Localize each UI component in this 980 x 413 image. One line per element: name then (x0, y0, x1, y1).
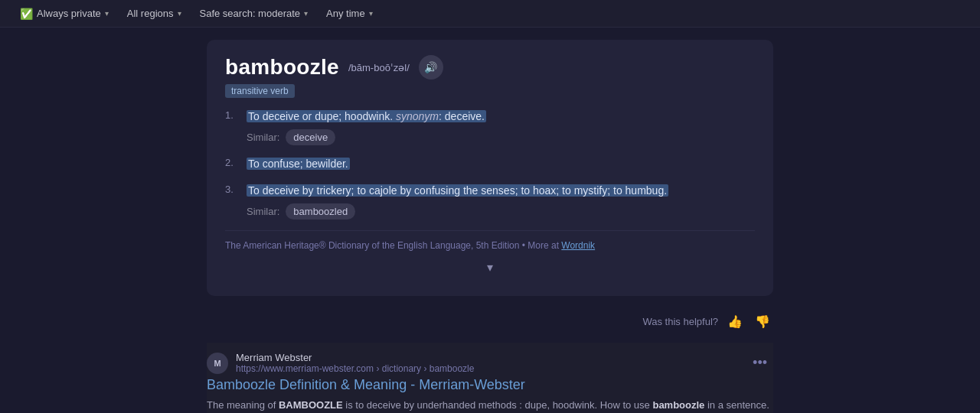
chevron-down-icon: ▾ (304, 9, 308, 18)
result-snippet: The meaning of BAMBOOZLE is to deceive b… (207, 398, 773, 413)
def-text: To confuse; bewilder. (247, 156, 755, 172)
audio-button[interactable]: 🔊 (419, 55, 443, 80)
result-url: https://www.merriam-webster.com › dictio… (236, 363, 739, 374)
def-number: 3. (225, 183, 239, 195)
chevron-down-icon: ▾ (369, 9, 373, 18)
main-content: bamboozle /băm-boōˈzəl/ 🔊 transitive ver… (191, 28, 789, 413)
snippet-before: The meaning of (207, 399, 279, 411)
thumbs-up-button[interactable]: 👍 (724, 311, 746, 332)
thumbs-up-icon: 👍 (727, 315, 743, 328)
source-text: The American Heritage® Dictionary of the… (225, 240, 519, 251)
snippet-middle: is to deceive by underhanded methods : d… (343, 399, 653, 411)
result-favicon: M (207, 353, 228, 374)
def-content: To deceive or dupe; hoodwink. synonym: d… (247, 109, 755, 145)
check-circle-icon: ✅ (20, 8, 33, 20)
privacy-filter[interactable]: ✅ Always private ▾ (12, 5, 116, 23)
def-text: To deceive or dupe; hoodwink. synonym: d… (247, 109, 755, 125)
regions-label: All regions (127, 8, 174, 19)
favicon-letter: M (214, 359, 220, 368)
speaker-icon: 🔊 (424, 61, 437, 73)
more-at-text: • More at (522, 240, 562, 251)
chevron-down-icon: ▾ (105, 9, 109, 18)
def-number: 1. (225, 109, 239, 121)
more-options-icon: ••• (753, 355, 767, 370)
word-type-badge: transitive verb (225, 84, 295, 98)
definition-item: 1. To deceive or dupe; hoodwink. synonym… (225, 109, 755, 145)
def-content: To deceive by trickery; to cajole by con… (247, 183, 755, 220)
result-site-name: Merriam Webster (236, 352, 739, 363)
snippet-bold1: BAMBOOZLE (279, 399, 343, 411)
def-number: 2. (225, 156, 239, 168)
result-source-row: M Merriam Webster https://www.merriam-we… (207, 352, 773, 374)
similar-tag[interactable]: bamboozled (286, 203, 355, 220)
def-highlight: To confuse; bewilder. (247, 158, 350, 170)
word-title: bamboozle (225, 55, 339, 80)
word-header: bamboozle /băm-boōˈzəl/ 🔊 (225, 55, 755, 80)
regions-filter[interactable]: All regions ▾ (119, 5, 189, 22)
result-site-info: Merriam Webster https://www.merriam-webs… (236, 352, 739, 374)
toolbar: ✅ Always private ▾ All regions ▾ Safe se… (0, 0, 980, 28)
privacy-label: Always private (37, 8, 101, 19)
thumbs-down-button[interactable]: 👎 (752, 311, 773, 332)
def-highlight: To deceive by trickery; to cajole by con… (247, 184, 668, 197)
def-content: To confuse; bewilder. (247, 156, 755, 172)
time-filter[interactable]: Any time ▾ (318, 5, 381, 22)
similar-tag[interactable]: deceive (286, 129, 335, 145)
expand-button[interactable]: ▾ (225, 254, 755, 281)
helpful-row: Was this helpful? 👍 👎 (207, 305, 773, 343)
def-highlight: To deceive or dupe; hoodwink. synonym: d… (247, 110, 486, 122)
result-menu-button[interactable]: ••• (746, 352, 773, 374)
definitions-list: 1. To deceive or dupe; hoodwink. synonym… (225, 109, 755, 220)
def-text: To deceive by trickery; to cajole by con… (247, 183, 755, 199)
definition-item: 3. To deceive by trickery; to cajole by … (225, 183, 755, 220)
chevron-down-icon: ▾ (178, 9, 181, 18)
similar-label: Similar: (247, 206, 279, 217)
word-pronunciation: /băm-boōˈzəl/ (348, 62, 410, 73)
dictionary-card: bamboozle /băm-boōˈzəl/ 🔊 transitive ver… (207, 40, 773, 296)
definition-item: 2. To confuse; bewilder. (225, 156, 755, 172)
dict-source: The American Heritage® Dictionary of the… (225, 230, 755, 251)
search-result-card: M Merriam Webster https://www.merriam-we… (207, 343, 773, 413)
wordnik-link[interactable]: Wordnik (561, 240, 595, 251)
result-title-link[interactable]: Bamboozle Definition & Meaning - Merriam… (207, 377, 773, 393)
safe-search-filter[interactable]: Safe search: moderate ▾ (192, 5, 316, 22)
similar-row: Similar: deceive (247, 129, 755, 145)
safe-search-label: Safe search: moderate (200, 8, 301, 19)
time-label: Any time (326, 8, 365, 19)
similar-label: Similar: (247, 132, 279, 143)
snippet-bold2: bamboozle (652, 399, 704, 411)
thumbs-down-icon: 👎 (755, 315, 770, 328)
similar-row: Similar: bamboozled (247, 203, 755, 220)
chevron-down-icon: ▾ (487, 260, 493, 275)
helpful-label: Was this helpful? (642, 316, 718, 327)
